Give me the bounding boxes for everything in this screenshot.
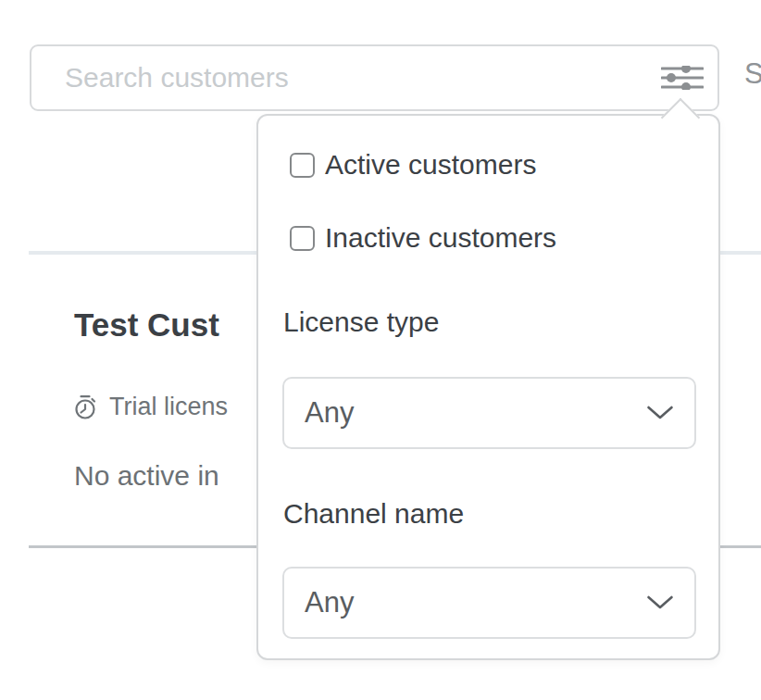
search-input[interactable] <box>31 46 660 109</box>
license-type-label: License type <box>283 306 439 338</box>
timer-icon <box>72 394 100 421</box>
filter-popover: Active customers Inactive customers Lice… <box>256 114 720 660</box>
license-type-selected-value: Any <box>284 396 646 430</box>
channel-name-selected-value: Any <box>284 586 646 619</box>
inactive-customers-checkbox[interactable] <box>290 226 315 251</box>
customer-license-row: Trial licens <box>72 393 228 421</box>
search-box <box>30 44 719 111</box>
channel-name-label: Channel name <box>283 498 464 530</box>
license-type-select[interactable]: Any <box>282 377 696 449</box>
filter-option-inactive-customers[interactable]: Inactive customers <box>290 222 556 254</box>
active-customers-label: Active customers <box>325 149 536 181</box>
channel-name-select[interactable]: Any <box>282 567 696 639</box>
inactive-customers-label: Inactive customers <box>325 222 556 254</box>
sliders-icon <box>661 66 704 90</box>
filter-button[interactable] <box>660 64 705 92</box>
chevron-down-icon <box>646 595 674 610</box>
customer-license-label: Trial licens <box>109 393 228 421</box>
chevron-down-icon <box>646 406 674 420</box>
active-customers-checkbox[interactable] <box>290 153 315 178</box>
customer-title: Test Cust <box>74 306 219 344</box>
customer-status-text: No active in <box>74 460 219 492</box>
clipped-right-label: S <box>744 57 761 91</box>
filter-option-active-customers[interactable]: Active customers <box>290 149 536 181</box>
